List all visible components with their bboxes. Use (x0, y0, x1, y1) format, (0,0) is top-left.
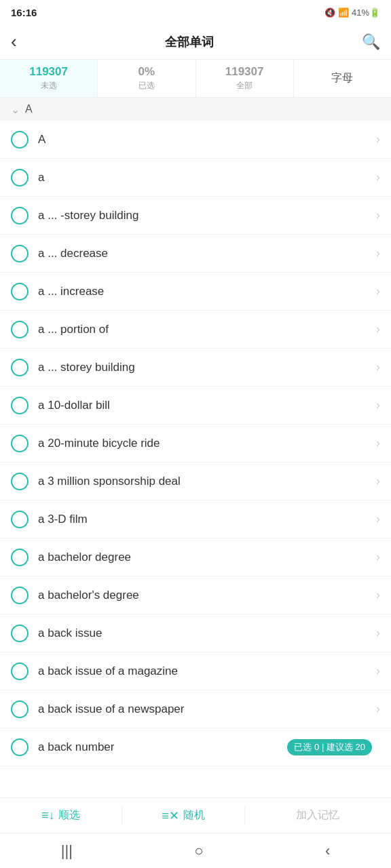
word-item-a-bachelor2[interactable]: a bachelor's degree › (0, 576, 391, 614)
checkbox-a-increase[interactable] (11, 283, 29, 300)
chevron-a-3d: › (376, 512, 380, 526)
chevron-a-increase: › (376, 284, 380, 298)
word-text-a-backissue: a back issue (38, 627, 376, 640)
word-list: A › a › a ... -storey building › a ... d… (0, 121, 391, 797)
word-item-a-storey2[interactable]: a ... storey building › (0, 349, 391, 387)
checkbox-a-decrease[interactable] (11, 245, 29, 262)
chevron-a-lower: › (376, 170, 380, 184)
add-to-memory-label: 加入记忆 (296, 808, 339, 823)
tab-unselected[interactable]: 119307 未选 (0, 60, 98, 97)
word-item-a-lower[interactable]: a › (0, 159, 391, 197)
checkbox-a-bachelor2[interactable] (11, 587, 29, 604)
tab-row: 119307 未选 0% 已选 119307 全部 字母 (0, 60, 391, 98)
word-text-a-lower: a (38, 171, 376, 184)
checkbox-a-20min[interactable] (11, 435, 29, 452)
word-item-a-increase[interactable]: a ... increase › (0, 273, 391, 311)
search-button[interactable]: 🔍 (362, 33, 380, 51)
checkbox-a-backnumber[interactable] (11, 738, 29, 756)
word-item-a-3d[interactable]: a 3-D film › (0, 500, 391, 538)
word-item-a-bachelor1[interactable]: a bachelor degree › (0, 538, 391, 576)
sort-sequential-label: 顺选 (58, 808, 80, 823)
tab-total-label: 全部 (236, 80, 253, 92)
sort-random-button[interactable]: ≡✕ 随机 (122, 798, 244, 833)
badge-row: 已选 0 | 建议选 20 (287, 739, 380, 755)
checkbox-a-3mil[interactable] (11, 473, 29, 490)
word-text-a-20min: a 20-minute bicycle ride (38, 437, 376, 450)
status-icons: 🔇 📶 41%🔋 (324, 7, 380, 18)
word-text-a-bachelor1: a bachelor degree (38, 551, 376, 564)
bottom-toolbar: ≡↓ 顺选 ≡✕ 随机 加入记忆 (0, 797, 391, 833)
checkbox-a-10dollar[interactable] (11, 397, 29, 414)
chevron-a-portion: › (376, 322, 380, 336)
section-header-A: ⌄ A (0, 98, 391, 121)
sort-sequential-icon: ≡↓ (41, 808, 55, 823)
status-time: 16:16 (11, 7, 37, 18)
word-text-a-portion: a ... portion of (38, 323, 376, 336)
back-button[interactable]: ‹ (11, 31, 17, 52)
wifi-icon: 📶 (338, 7, 349, 18)
word-item-a-backissue-mag[interactable]: a back issue of a magazine › (0, 652, 391, 690)
word-item-a-backissue[interactable]: a back issue › (0, 614, 391, 652)
word-item-a-10dollar[interactable]: a 10-dollar bill › (0, 387, 391, 425)
nav-home-icon[interactable]: ○ (194, 842, 203, 860)
chevron-a-10dollar: › (376, 398, 380, 412)
tab-letters[interactable]: 字母 (294, 60, 391, 97)
word-item-a-storey1[interactable]: a ... -storey building › (0, 197, 391, 235)
chevron-a-bachelor1: › (376, 550, 380, 564)
tab-total[interactable]: 119307 全部 (196, 60, 294, 97)
word-text-a-storey1: a ... -storey building (38, 209, 376, 222)
word-text-a-backissue-news: a back issue of a newspaper (38, 703, 376, 716)
section-collapse-icon[interactable]: ⌄ (11, 103, 20, 116)
add-to-memory-button[interactable]: 加入记忆 (245, 798, 391, 833)
word-item-a-backnumber[interactable]: a back number 已选 0 | 建议选 20 (0, 728, 391, 766)
app-header: ‹ 全部单词 🔍 (0, 24, 391, 60)
sort-sequential-button[interactable]: ≡↓ 顺选 (0, 798, 122, 833)
chevron-a-20min: › (376, 436, 380, 450)
word-item-a-3mil[interactable]: a 3 million sponsorship deal › (0, 462, 391, 500)
word-text-a-storey2: a ... storey building (38, 361, 376, 374)
word-text-a-3d: a 3-D film (38, 513, 376, 526)
tab-total-number: 119307 (225, 65, 264, 79)
android-nav-bar: ||| ○ ‹ (0, 833, 391, 868)
word-text-a-10dollar: a 10-dollar bill (38, 399, 376, 412)
checkbox-a-backissue[interactable] (11, 625, 29, 642)
checkbox-a-portion[interactable] (11, 321, 29, 338)
battery-icon: 41%🔋 (352, 7, 380, 18)
tab-selected-number: 0% (138, 65, 155, 79)
chevron-a-storey2: › (376, 360, 380, 374)
tab-selected[interactable]: 0% 已选 (98, 60, 196, 97)
chevron-a-backissue: › (376, 626, 380, 640)
selection-badge: 已选 0 | 建议选 20 (287, 739, 372, 755)
nav-menu-icon[interactable]: ||| (61, 842, 73, 860)
word-item-a-backissue-news[interactable]: a back issue of a newspaper › (0, 690, 391, 728)
section-letter: A (25, 103, 33, 115)
checkbox-a-bachelor1[interactable] (11, 549, 29, 566)
status-bar: 16:16 🔇 📶 41%🔋 (0, 0, 391, 24)
word-item-a-20min[interactable]: a 20-minute bicycle ride › (0, 425, 391, 462)
checkbox-a-storey2[interactable] (11, 359, 29, 376)
word-item-a-decrease[interactable]: a ... decrease › (0, 235, 391, 273)
chevron-a-backissue-news: › (376, 702, 380, 716)
checkbox-a-3d[interactable] (11, 511, 29, 528)
mute-icon: 🔇 (324, 7, 335, 18)
checkbox-a-lower[interactable] (11, 169, 29, 186)
chevron-a-decrease: › (376, 246, 380, 260)
checkbox-a-storey1[interactable] (11, 207, 29, 224)
checkbox-A-cap[interactable] (11, 131, 29, 149)
tab-unselected-label: 未选 (41, 80, 57, 92)
word-text-a-decrease: a ... decrease (38, 247, 376, 260)
checkbox-a-backissue-news[interactable] (11, 701, 29, 718)
word-text-a-backnumber: a back number (38, 741, 287, 754)
word-text-a-backissue-mag: a back issue of a magazine (38, 665, 376, 678)
word-item-A-cap[interactable]: A › (0, 121, 391, 159)
word-text-a-increase: a ... increase (38, 285, 376, 298)
tab-selected-label: 已选 (138, 80, 155, 92)
sort-random-label: 随机 (183, 808, 205, 823)
chevron-A-cap: › (376, 132, 380, 146)
tab-letters-label: 字母 (331, 71, 353, 85)
nav-back-icon[interactable]: ‹ (325, 842, 330, 860)
word-item-a-portion[interactable]: a ... portion of › (0, 311, 391, 349)
chevron-a-storey1: › (376, 208, 380, 222)
page-title: 全部单词 (165, 34, 214, 50)
checkbox-a-backissue-mag[interactable] (11, 663, 29, 680)
